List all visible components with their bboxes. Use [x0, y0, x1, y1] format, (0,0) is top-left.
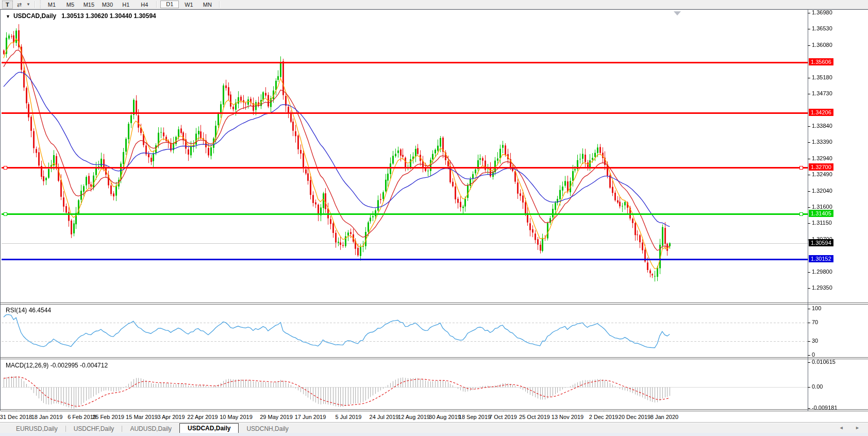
date-axis-label: 18 Sep 2019: [459, 414, 491, 420]
date-axis-label: 17 Jun 2019: [295, 414, 326, 420]
date-axis-label: 18 Jan 2019: [31, 414, 63, 420]
tab-usdcnh[interactable]: USDCNH,Daily: [239, 425, 296, 433]
chart-symbol-period: USDCAD,Daily: [13, 12, 56, 20]
date-axis-label: 10 May 2019: [220, 414, 253, 420]
chart-canvas[interactable]: [1, 10, 868, 411]
text-tool-button[interactable]: T: [2, 1, 13, 9]
date-axis-label: 15 Mar 2019: [126, 414, 158, 420]
tab-scroll-arrows: ◄ ►: [839, 425, 865, 430]
price-axis-label: 1.29350: [812, 284, 832, 291]
timeframe-button-group: M1M5M15M30H1H4D1W1MN: [42, 1, 216, 8]
timeframe-button-M1[interactable]: M1: [43, 1, 60, 8]
timeframe-button-W1[interactable]: W1: [180, 1, 197, 8]
date-axis-label: 30 Aug 2019: [429, 414, 461, 420]
chart-menu-triangle-icon[interactable]: ▼: [6, 14, 10, 19]
timeframe-button-H4[interactable]: H4: [136, 1, 153, 8]
macd-axis-label: 0.00: [812, 383, 823, 390]
timeframe-button-H1[interactable]: H1: [117, 1, 135, 8]
tab-scroll-right-icon[interactable]: ►: [855, 425, 865, 430]
rsi-axis-label: 30: [812, 338, 818, 344]
top-toolbar: T ⇄ ▼ ⁞⁞ M1M5M15M30H1H4D1W1MN: [0, 0, 868, 9]
status-strip: [0, 433, 868, 436]
date-axis-label: 31 Dec 2018: [0, 414, 32, 420]
rsi-axis-label: 70: [812, 319, 818, 325]
chart-ohlc-values: 1.30513 1.30620 1.30440 1.30594: [61, 12, 156, 20]
hline-price-label[interactable]: 1.35606: [809, 58, 833, 65]
price-axis-label: 1.36080: [812, 42, 832, 48]
hline-price-label[interactable]: 1.34206: [809, 109, 833, 116]
price-axis-label: 1.29800: [812, 269, 832, 275]
toolbar-separator: [35, 1, 36, 8]
tab-eurusd[interactable]: EURUSD,Daily: [8, 425, 65, 433]
price-axis-label: 1.33840: [812, 123, 832, 129]
rsi-indicator-label: RSI(14) 46.4544: [6, 307, 51, 314]
timeframe-button-D1[interactable]: D1: [160, 1, 179, 8]
price-axis-label: 1.36530: [812, 25, 832, 31]
price-axis-label: 1.32490: [812, 171, 832, 177]
hline-price-label[interactable]: 1.32700: [809, 163, 833, 171]
date-axis-label: 20 Dec 2019: [619, 414, 650, 420]
tab-scroll-left-icon[interactable]: ◄: [839, 425, 849, 430]
toolbar-separator: [156, 1, 157, 8]
price-axis-label: 1.34730: [812, 90, 832, 96]
macd-axis-label: 0.010615: [812, 359, 836, 365]
price-axis-label: 1.35180: [812, 74, 832, 80]
date-axis-label: 12 Aug 2019: [398, 414, 430, 420]
macd-axis-label: -0.009181: [812, 405, 838, 411]
price-axis-label: 1.31150: [812, 220, 832, 226]
price-axis-label: 1.32040: [812, 188, 832, 194]
date-axis-label: 22 Apr 2019: [187, 414, 218, 420]
hline-price-label[interactable]: 1.31405: [809, 210, 833, 217]
hline-price-label[interactable]: 1.30152: [809, 255, 833, 262]
date-axis-label: 8 Jan 2020: [650, 414, 678, 420]
toolbar-separator: [219, 1, 220, 8]
mt4-application: T ⇄ ▼ ⁞⁞ M1M5M15M30H1H4D1W1MN ▼USDCAD,Da…: [0, 0, 868, 436]
date-axis-label: 3 Apr 2019: [157, 414, 185, 420]
date-axis-label: 2 Dec 2019: [589, 414, 618, 420]
price-axis-label: 1.31600: [812, 204, 832, 210]
chart-tab-bar: EURUSD,DailyUSDCHF,DailyAUDUSD,DailyUSDC…: [0, 422, 868, 433]
rsi-axis-label: 100: [812, 305, 821, 311]
price-axis-label: 1.32940: [812, 155, 832, 161]
price-axis-label: 1.33390: [812, 139, 832, 145]
arrange-windows-icon[interactable]: ⇄: [14, 1, 24, 8]
tab-audusd[interactable]: AUDUSD,Daily: [122, 425, 179, 433]
tab-usdcad[interactable]: USDCAD,Daily: [179, 423, 239, 433]
date-axis-label: 13 Nov 2019: [552, 414, 583, 420]
tab-usdchf[interactable]: USDCHF,Daily: [66, 425, 122, 433]
date-axis-label: 29 May 2019: [260, 414, 293, 420]
rsi-axis-label: 0: [812, 351, 815, 358]
date-axis-label: 24 Jul 2019: [370, 414, 399, 420]
macd-indicator-label: MACD(12,26,9) -0.002995 -0.004712: [6, 362, 108, 369]
timeframe-button-M30[interactable]: M30: [98, 1, 116, 8]
chart-tabs: EURUSD,DailyUSDCHF,DailyAUDUSD,DailyUSDC…: [8, 423, 296, 433]
toolbar-grip-handle[interactable]: ⁞⁞: [40, 0, 41, 9]
price-axis-label: 1.36980: [812, 9, 832, 15]
date-axis-label: 7 Oct 2019: [489, 414, 517, 420]
date-axis-label: 5 Jul 2019: [336, 414, 362, 420]
chevron-down-icon[interactable]: ▼: [25, 2, 32, 7]
chart-window: ▼USDCAD,Daily1.30513 1.30620 1.30440 1.3…: [0, 9, 868, 411]
bid-price-label: 1.30594: [809, 239, 833, 246]
date-axis-label: 25 Feb 2019: [92, 414, 124, 420]
timeframe-button-MN[interactable]: MN: [198, 1, 216, 8]
date-axis-label: 25 Oct 2019: [519, 414, 550, 420]
chart-title: ▼USDCAD,Daily1.30513 1.30620 1.30440 1.3…: [6, 12, 156, 20]
timeframe-button-M5[interactable]: M5: [61, 1, 79, 8]
timeframe-button-M15[interactable]: M15: [80, 1, 97, 8]
